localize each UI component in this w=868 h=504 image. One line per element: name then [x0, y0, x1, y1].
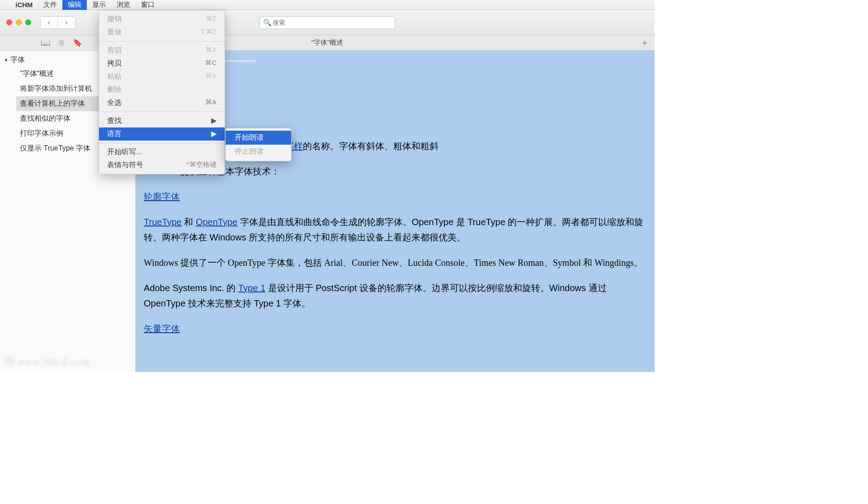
paragraph: Windows 提供了一个 OpenType 字体集，包括 Arial、Cour…: [144, 255, 646, 270]
menubar: iCHM 文件 编辑 显示 浏览 窗口: [0, 0, 655, 10]
submenu-stop-speaking[interactable]: 停止朗读: [226, 145, 291, 159]
search-wrap: 🔍: [259, 16, 395, 29]
menu-item-cut[interactable]: 剪切⌘X: [99, 44, 225, 57]
menu-view[interactable]: 显示: [87, 0, 111, 10]
menu-item-find[interactable]: 查找▶: [99, 114, 225, 127]
book-icon[interactable]: 📖: [41, 38, 50, 47]
list-icon[interactable]: ≣: [58, 38, 65, 47]
menu-window[interactable]: 窗口: [136, 0, 160, 10]
link-type1[interactable]: Type 1: [238, 283, 265, 293]
view-icons: 📖 ≣ 🔖: [41, 38, 82, 47]
close-icon[interactable]: [6, 19, 12, 25]
link-opentype[interactable]: OpenType: [196, 217, 237, 227]
menu-item-delete[interactable]: 删除: [99, 83, 225, 96]
menu-edit[interactable]: 编辑: [62, 0, 87, 10]
link-truetype[interactable]: TrueType: [144, 217, 182, 227]
separator: [99, 112, 225, 112]
separator: [99, 143, 225, 143]
forward-button[interactable]: ›: [58, 17, 75, 28]
menu-item-language[interactable]: 语言▶: [99, 127, 225, 141]
search-icon: 🔍: [263, 19, 272, 27]
menu-item-emoji[interactable]: 表情与符号^⌘空格键: [99, 159, 225, 172]
disclosure-triangle-icon[interactable]: ▼: [4, 57, 9, 63]
menu-item-select-all[interactable]: 全选⌘A: [99, 96, 225, 109]
menu-item-redo[interactable]: 重做⇧⌘Z: [99, 26, 225, 39]
link-outline-font[interactable]: 轮廓字体: [144, 192, 180, 202]
text: 的名称。字体有斜体、粗体和粗斜: [303, 141, 439, 151]
language-submenu: 开始朗读 停止朗读: [225, 128, 292, 161]
menu-item-dictation[interactable]: 开始听写...: [99, 146, 225, 159]
paragraph: 矢量字体: [144, 321, 646, 336]
edit-menu-dropdown: 撤销⌘Z 重做⇧⌘Z 剪切⌘X 拷贝⌘C 粘贴⌘V 删除 全选⌘A 查找▶ 语言…: [99, 10, 225, 174]
app-name[interactable]: iCHM: [10, 0, 38, 9]
chevron-right-icon: ▶: [211, 129, 217, 139]
nav-buttons: ‹ ›: [40, 16, 75, 29]
paragraph: 轮廓字体: [144, 189, 646, 204]
text: 和: [182, 217, 196, 227]
tree-root-label: 字体: [10, 55, 25, 65]
bookmark-icon[interactable]: 🔖: [73, 38, 82, 47]
submenu-start-speaking[interactable]: 开始朗读: [226, 131, 291, 145]
back-button[interactable]: ‹: [41, 17, 58, 28]
add-tab-button[interactable]: ＋: [640, 37, 649, 49]
menu-item-undo[interactable]: 撤销⌘Z: [99, 13, 225, 26]
menu-item-copy[interactable]: 拷贝⌘C: [99, 57, 225, 70]
maximize-icon[interactable]: [25, 19, 31, 25]
paragraph: Adobe Systems Inc. 的 Type 1 是设计用于 PostSc…: [144, 280, 646, 311]
menu-file[interactable]: 文件: [38, 0, 62, 10]
chevron-right-icon: ▶: [211, 116, 217, 126]
search-input[interactable]: [259, 16, 395, 29]
minimize-icon[interactable]: [16, 19, 22, 25]
tab-title: "字体"概述: [311, 38, 344, 47]
window-controls: [6, 19, 31, 25]
separator: [99, 41, 225, 42]
menu-browse[interactable]: 浏览: [111, 0, 136, 10]
link-vector-font[interactable]: 矢量字体: [144, 324, 180, 334]
menu-item-paste[interactable]: 粘贴⌘V: [99, 70, 225, 83]
paragraph: TrueType 和 OpenType 字体是由直线和曲线命令生成的轮廓字体。O…: [144, 214, 646, 245]
watermark: Ⓜ www.MacZ.com: [5, 355, 90, 368]
text: Adobe Systems Inc. 的: [144, 283, 238, 293]
